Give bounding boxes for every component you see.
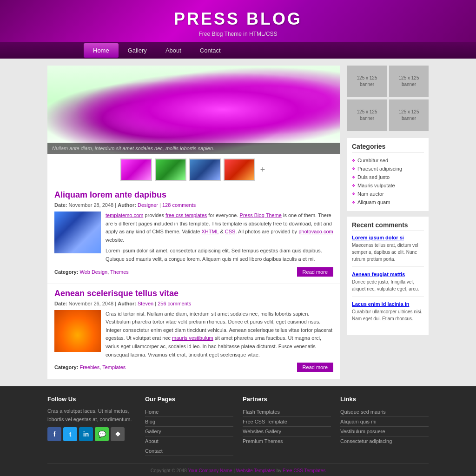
templatemo-link[interactable]: templatemo.com xyxy=(106,212,143,218)
footer-links-title: Links xyxy=(340,396,429,403)
partner-4-link[interactable]: Premium Themes xyxy=(243,438,283,444)
footer-follow-text: Cras a volutpat lacus. Ut nisl metus, lo… xyxy=(47,407,136,423)
recent-comment-1-title: Lorem ipsum dolor si xyxy=(352,235,424,240)
linkedin-icon[interactable]: in xyxy=(79,427,93,441)
image-slider: Nullam ante diam, interdum sit amet soda… xyxy=(47,66,340,154)
xhtml-link[interactable]: XHTML xyxy=(201,229,218,234)
slider-thumbnails: + xyxy=(47,154,340,185)
post-2-categories: Category: Freebies, Templates xyxy=(54,364,126,370)
post-2-cat-templates[interactable]: Templates xyxy=(102,364,126,370)
footer-page-contact: Contact xyxy=(145,446,233,456)
banner-1[interactable]: 125 x 125banner xyxy=(347,66,387,97)
thumb-2[interactable] xyxy=(155,159,186,181)
post-2-title-link[interactable]: Aenean scelerisque tellus vitae xyxy=(54,289,178,298)
footer-links-list: Quisque sed mauris Aliquam quis mi Vesti… xyxy=(340,407,429,446)
footer-page-blog-link[interactable]: Blog xyxy=(145,419,155,424)
post-1-text-p1: templatemo.com provides free css templat… xyxy=(106,212,333,244)
post-1-cat-webdesign[interactable]: Web Design xyxy=(79,269,107,275)
partner-3-link[interactable]: Websites Gallery xyxy=(243,429,281,434)
post-2-cat-freebies[interactable]: Freebies xyxy=(79,364,99,370)
site-title: PRESS BLOG xyxy=(0,9,476,29)
post-1-title-link[interactable]: Aliquam lorem ante dapibus xyxy=(54,190,166,199)
thumb-3[interactable] xyxy=(189,159,221,181)
partner-1-link[interactable]: Flash Templates xyxy=(243,409,280,415)
link-4-link[interactable]: Consectetur adipiscing xyxy=(340,438,392,444)
nav-about[interactable]: About xyxy=(156,43,191,58)
css-link[interactable]: CSS xyxy=(225,229,236,234)
footer-page-home-link[interactable]: Home xyxy=(145,409,159,415)
press-blog-link[interactable]: Press Blog Theme xyxy=(240,212,282,218)
site-subtitle: Free Blog Theme in HTML/CSS xyxy=(0,31,476,37)
group-icon[interactable]: ❖ xyxy=(111,427,125,441)
website-templates-link[interactable]: Website Templates xyxy=(236,468,275,473)
free-css-link[interactable]: free css templates xyxy=(165,212,207,218)
cat-3-link[interactable]: Duis sed justo xyxy=(357,174,390,180)
recent-comment-3-link[interactable]: Lacus enim id lacinia in xyxy=(352,301,409,307)
nav-contact[interactable]: Contact xyxy=(191,43,230,58)
mauris-vestibulum-link[interactable]: mauris vestibulum xyxy=(172,335,213,341)
post-2-footer: Category: Freebies, Templates Read more xyxy=(54,363,333,372)
nav-gallery[interactable]: Gallery xyxy=(119,43,156,58)
social-icons: f t in 💬 ❖ xyxy=(47,427,136,441)
recent-comment-1-link[interactable]: Lorem ipsum dolor si xyxy=(352,235,404,240)
banner-2[interactable]: 125 x 125banner xyxy=(389,66,429,97)
post-2-read-more[interactable]: Read more xyxy=(297,363,333,372)
slider-image xyxy=(47,66,340,154)
footer-partners-list: Flash Templates Free CSS Template Websit… xyxy=(243,407,331,446)
post-1-meta: Date: November 28, 2048 | Author: Design… xyxy=(54,202,333,208)
partner-1: Flash Templates xyxy=(243,407,331,417)
cat-2-link[interactable]: Praesent adipiscing xyxy=(357,166,402,172)
slider-caption: Nullam ante diam, interdum sit amet soda… xyxy=(47,143,340,154)
categories-list: Curabitur sed Praesent adipiscing Duis s… xyxy=(352,156,424,206)
cat-1-link[interactable]: Curabitur sed xyxy=(357,158,388,163)
banner-4[interactable]: 125 x 125banner xyxy=(389,99,429,131)
post-1-categories: Category: Web Design, Themes xyxy=(54,269,129,275)
footer-page-contact-link[interactable]: Contact xyxy=(145,448,163,454)
post-1-cat-themes[interactable]: Themes xyxy=(110,269,129,275)
post-1-date: November 28, 2048 xyxy=(69,202,114,208)
link-1-link[interactable]: Quisque sed mauris xyxy=(340,409,386,415)
footer-page-about: About xyxy=(145,436,233,446)
footer-links: Links Quisque sed mauris Aliquam quis mi… xyxy=(340,396,429,456)
recent-comment-2-text: Donec pede justo, fringilla vel, aliquet… xyxy=(352,278,424,292)
cat-4-link[interactable]: Mauris vulputate xyxy=(357,183,395,188)
post-1-footer: Category: Web Design, Themes Read more xyxy=(54,267,333,277)
twitter-icon[interactable]: t xyxy=(63,427,77,441)
footer-page-gallery-link[interactable]: Gallery xyxy=(145,429,161,434)
copyright-text: Copyright © 2048 xyxy=(151,468,187,473)
footer-columns: Follow Us Cras a volutpat lacus. Ut nisl… xyxy=(47,396,429,463)
banner-3[interactable]: 125 x 125banner xyxy=(347,99,387,131)
free-css-footer-link[interactable]: Free CSS Templates xyxy=(283,468,325,473)
footer-page-about-link[interactable]: About xyxy=(145,438,159,444)
thumb-4[interactable] xyxy=(224,159,255,181)
recent-comment-2-link[interactable]: Aenean feugiat mattis xyxy=(352,271,405,277)
company-link[interactable]: Your Company Name xyxy=(188,468,232,473)
link-2-link[interactable]: Aliquam quis mi xyxy=(340,419,377,424)
nav-home[interactable]: Home xyxy=(84,43,119,58)
message-icon[interactable]: 💬 xyxy=(95,427,109,441)
recent-comment-3: Lacus enim id lacinia in Curabitur ullam… xyxy=(352,301,424,326)
post-1-author[interactable]: Designer xyxy=(138,202,158,208)
thumb-1[interactable] xyxy=(120,159,152,181)
post-2-comments[interactable]: 256 comments xyxy=(158,301,191,306)
photovaco-link[interactable]: photovaco.com xyxy=(298,229,333,234)
cat-6-link[interactable]: Aliquam quam xyxy=(357,199,390,205)
post-1-text-p2: Lorem ipsum dolor sit amet, consectetur … xyxy=(106,247,333,263)
post-1-comments[interactable]: 128 comments xyxy=(162,202,196,208)
partner-2-link[interactable]: Free CSS Template xyxy=(243,419,287,424)
wrapper: Nullam ante diam, interdum sit amet soda… xyxy=(47,59,429,386)
footer-partners-title: Partners xyxy=(243,396,331,403)
more-thumbs[interactable]: + xyxy=(258,165,267,175)
footer-page-home: Home xyxy=(145,407,233,417)
post-2-text: Cras id tortor nisl. Nullam ante diam, i… xyxy=(106,310,333,359)
recent-comments-section: Recent comments Lorem ipsum dolor si Mae… xyxy=(347,217,429,335)
cat-5-link[interactable]: Nam auctor xyxy=(357,191,384,197)
partner-2: Free CSS Template xyxy=(243,417,331,427)
nav: Home Gallery About Contact xyxy=(0,42,476,59)
post-2-title: Aenean scelerisque tellus vitae xyxy=(54,289,333,298)
post-1-read-more[interactable]: Read more xyxy=(297,267,333,277)
link-3-link[interactable]: Vestibulum posuere xyxy=(340,429,385,434)
link-1: Quisque sed mauris xyxy=(340,407,429,417)
facebook-icon[interactable]: f xyxy=(47,427,61,441)
post-2-author[interactable]: Steven xyxy=(138,301,153,306)
